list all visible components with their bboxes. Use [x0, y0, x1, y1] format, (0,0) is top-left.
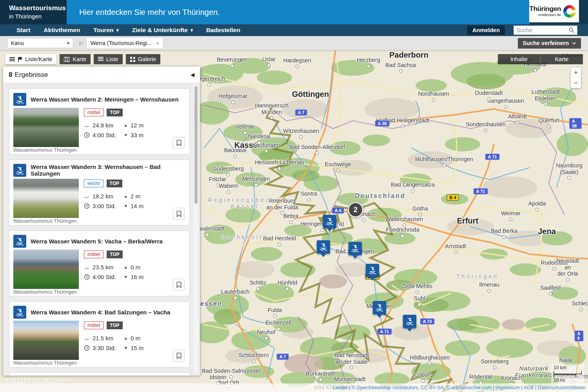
zoom-in-button[interactable]: + — [571, 67, 581, 78]
tour-descent: 14 m — [131, 203, 143, 209]
collapse-panel-button[interactable] — [191, 72, 194, 78]
logo-c-icon — [563, 5, 576, 18]
results-count-label: Ergebnisse — [15, 71, 48, 79]
bookmark-button[interactable] — [173, 208, 185, 220]
length-icon: ↔ — [84, 122, 90, 129]
scale-mi-label: 10 mi — [554, 377, 582, 384]
difficulty-badge: mittel — [84, 321, 103, 329]
canoe-map-marker[interactable] — [317, 240, 330, 254]
list-icon — [98, 57, 103, 62]
chip-close-icon[interactable]: × — [156, 40, 159, 46]
tour-card[interactable]: Werra Wasser Wandern 3: Wernshausen – Ba… — [9, 160, 190, 225]
tour-length: 24.8 km — [93, 122, 113, 129]
results-header: 8 Ergebnisse — [3, 67, 200, 83]
tour-photo — [13, 108, 79, 147]
nav-item-aktivthemen[interactable]: Aktivthemen — [44, 27, 80, 34]
login-button[interactable]: Anmelden — [467, 25, 505, 35]
tour-card[interactable]: Werra Wasser Wandern 5: Vacha – Berka/We… — [9, 230, 190, 296]
filter-bar: Kanu in Werra (Tourismus-Regi... × Suche… — [0, 36, 588, 50]
tour-descent: 16 m — [131, 274, 143, 280]
region-chip-label: Werra (Tourismus-Regi... — [91, 40, 151, 46]
ascent-icon: ▲ — [124, 123, 128, 127]
zoom-out-button[interactable]: − — [571, 78, 581, 88]
tour-source: Wassertourismus Thüringen — [13, 218, 77, 224]
results-panel: 8 Ergebnisse Werra Wasser Wandern 2: Mei… — [3, 67, 200, 376]
chevron-down-icon — [572, 42, 576, 45]
search-icon[interactable] — [569, 27, 574, 33]
view-list-button[interactable]: Liste — [94, 54, 123, 64]
map-view-toolbar: Liste/Karte Karte Liste Galerie — [5, 54, 160, 64]
map-cluster-marker[interactable]: 2 — [348, 202, 363, 218]
view-list-label: Liste — [106, 56, 118, 62]
bookmark-button[interactable] — [173, 137, 185, 149]
descent-icon: ▼ — [124, 346, 128, 350]
difficulty-badge: mittel — [84, 109, 103, 116]
tour-duration: 4:00 Std. — [93, 132, 116, 138]
panel-scrollbar — [194, 85, 198, 373]
canoe-map-marker[interactable] — [348, 242, 362, 255]
top-badge: TOP — [107, 250, 122, 258]
canoe-icon — [13, 164, 26, 177]
thueringen-entdecken-logo[interactable]: Thüringen -entdecken.de — [529, 0, 579, 22]
in-label: in — [79, 40, 83, 46]
next-card-edge — [9, 372, 190, 376]
bookmark-button[interactable] — [173, 350, 185, 361]
bookmark-button[interactable] — [173, 279, 185, 290]
attribution-links[interactable]: Leaflet | © OpenStreetMap contributors, … — [333, 385, 586, 390]
nav-item-badestellen[interactable]: Badestellen — [206, 27, 240, 34]
tour-card[interactable]: Werra Wasser Wandern 4: Bad Salzungen – … — [9, 301, 190, 367]
canoe-map-marker[interactable] — [373, 301, 386, 314]
canoe-map-marker[interactable] — [403, 315, 416, 328]
top-badge: TOP — [107, 180, 122, 187]
tour-photo — [13, 321, 79, 360]
difficulty-badge: leicht — [84, 180, 103, 187]
tour-ascent: 0 m — [131, 264, 140, 270]
duration-icon — [84, 132, 90, 138]
canoe-map-marker[interactable] — [366, 264, 379, 277]
region-filter-chip[interactable]: Werra (Tourismus-Regi... × — [86, 37, 163, 49]
tour-card[interactable]: Werra Wasser Wandern 2: Meiningen – Wern… — [9, 89, 190, 154]
tour-photo — [13, 250, 79, 289]
tour-source: Wassertourismus Thüringen — [13, 147, 77, 153]
nav-item-ziele-unterkuenfte[interactable]: Ziele & Unterkünfte — [132, 27, 193, 34]
ascent-icon: ▲ — [124, 336, 128, 340]
map-layers-toolbar: Inhalte Karte — [498, 54, 583, 64]
tour-ascent: 0 m — [131, 335, 140, 341]
bookmark-icon — [176, 211, 181, 217]
view-map-label: Karte — [73, 56, 86, 62]
search-input[interactable] — [517, 27, 564, 33]
map-style-button[interactable]: Karte — [541, 56, 583, 62]
nav-item-start[interactable]: Start — [16, 27, 30, 34]
flag-icon — [18, 57, 22, 62]
site-brand[interactable]: Wassertourismus in Thüringen — [0, 0, 67, 24]
refine-search-button[interactable]: Suche verfeinern — [518, 38, 581, 49]
tour-descent: 15 m — [131, 345, 143, 351]
difficulty-badge: mittel — [84, 250, 103, 258]
view-map-button[interactable]: Karte — [60, 54, 91, 64]
tour-descent: 33 m — [131, 132, 143, 138]
promo-banner: Hier entdecken Sie mehr von Thüringen. — [67, 0, 529, 24]
ascent-icon: ▲ — [124, 265, 128, 269]
nav-item-touren[interactable]: Touren — [93, 27, 118, 34]
search-box — [514, 25, 577, 35]
duration-icon — [84, 345, 90, 351]
tour-length: 18.2 km — [93, 193, 113, 200]
logo-subtext: -entdecken.de — [530, 13, 561, 17]
main-navigation: Start Aktivthemen Touren Ziele & Unterkü… — [0, 24, 588, 36]
logo-text: Thüringen — [530, 5, 561, 12]
grid-icon — [130, 57, 135, 62]
activity-select[interactable]: Kanu — [7, 38, 73, 48]
view-list-map-button[interactable]: Liste/Karte — [5, 54, 56, 64]
tour-length: 23.5 km — [93, 264, 113, 270]
view-gallery-button[interactable]: Galerie — [126, 54, 161, 64]
map-contents-button[interactable]: Inhalte — [498, 56, 540, 62]
canoe-map-marker[interactable] — [323, 215, 336, 228]
map-attribution[interactable]: Leaflet | © OpenStreetMap contributors, … — [0, 383, 588, 392]
descent-icon: ▼ — [124, 275, 128, 279]
bookmark-icon — [176, 281, 181, 288]
tour-source: Wassertourismus Thüringen — [13, 289, 77, 295]
view-list-map-label: Liste/Karte — [25, 56, 52, 62]
refine-search-label: Suche verfeinern — [523, 40, 569, 46]
scrollbar-thumb[interactable] — [194, 86, 198, 204]
map-scale: 10 km 10 mi — [551, 364, 584, 385]
